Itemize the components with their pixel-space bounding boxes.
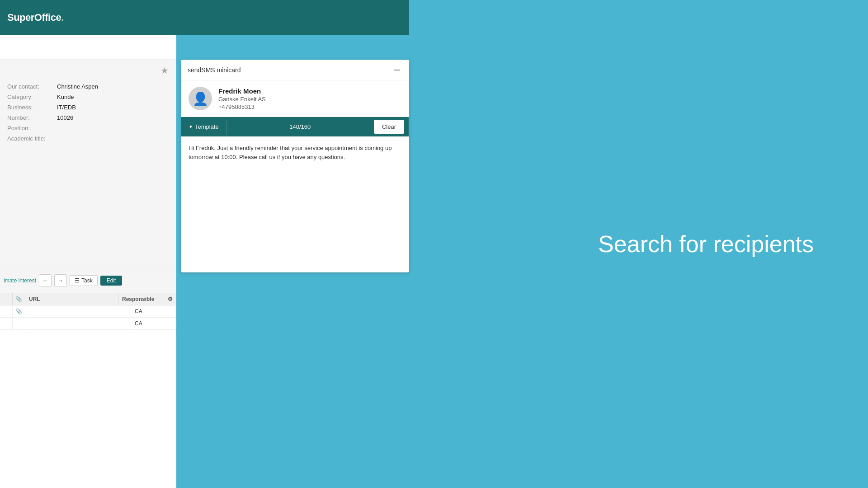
responsible-cell-1: CA [131,305,176,317]
number-row: Number: 10026 [7,114,169,121]
task-icon: ☰ [75,277,80,284]
char-count: 140/160 [226,123,374,130]
paperclip-col-header: 📎 [13,293,25,305]
our-contact-value: Christine Aspen [57,83,98,90]
our-contact-row: Our contact: Christine Aspen [7,83,169,90]
url-cell-1 [25,305,131,317]
nav-prev-button[interactable]: ← [39,274,52,287]
top-action-bar [0,35,176,60]
edit-button[interactable]: Edit [100,276,123,286]
position-row: Position: [7,125,169,131]
task-label: Task [81,277,93,284]
message-text: Hi Fredrik. Just a friendly reminder tha… [189,144,401,161]
sms-toolbar: ▼ Template 140/160 Clear [181,117,409,136]
activity-table: 📎 URL Responsible ⚙ 📎 CA CA [0,293,176,488]
recipient-area: 👤 Fredrik Moen Ganske Enkelt AS +4795885… [181,80,409,117]
avatar: 👤 [189,87,212,110]
minimize-icon [394,70,400,70]
responsible-cell-2: CA [131,318,176,329]
avatar-person-icon: 👤 [193,91,208,106]
logo-dot: . [61,12,64,23]
nav-next-button[interactable]: → [54,274,67,287]
sms-title: sendSMS minicard [188,66,241,74]
table-header: 📎 URL Responsible ⚙ [0,293,176,305]
category-label: Category: [7,94,57,100]
url-cell-2 [25,318,131,329]
business-label: Business: [7,104,57,111]
attach-col-header [0,293,13,305]
template-arrow-icon: ▼ [189,124,193,129]
number-value: 10026 [57,114,73,121]
paperclip-icon: 📎 [15,296,22,302]
recipient-name: Fredrik Moen [218,87,266,95]
sms-panel: sendSMS minicard 👤 Fredrik Moen Ganske E… [181,60,409,272]
interest-link[interactable]: imate interest [4,277,36,284]
attach-cell-1 [0,305,13,317]
contact-info-table: Our contact: Christine Aspen Category: K… [7,83,169,142]
position-label: Position: [7,125,57,131]
academic-title-row: Academic title: [7,135,169,142]
category-row: Category: Kunde [7,94,169,100]
paperclip-cell-1: 📎 [13,305,25,317]
responsible-col-header: Responsible [118,293,164,305]
favorite-star-icon[interactable]: ★ [160,65,169,76]
template-button[interactable]: ▼ Template [181,119,226,135]
left-panel-content: ★ Our contact: Christine Aspen Category:… [0,60,176,151]
table-row: CA [0,318,176,330]
attach-cell-2 [0,318,13,329]
number-label: Number: [7,114,57,121]
paperclip-cell-2 [13,318,25,329]
recipient-company: Ganske Enkelt AS [218,96,266,103]
table-row: 📎 CA [0,305,176,318]
recipient-info: Fredrik Moen Ganske Enkelt AS +479588531… [218,87,266,110]
table-settings-icon[interactable]: ⚙ [164,293,176,305]
business-row: Business: IT/EDB [7,104,169,111]
top-bar: SuperOffice. [0,0,409,35]
academic-title-label: Academic title: [7,135,57,142]
logo: SuperOffice. [7,12,64,23]
sms-header: sendSMS minicard [181,60,409,80]
category-value: Kunde [57,94,74,100]
business-value: IT/EDB [57,104,76,111]
clear-button[interactable]: Clear [374,120,404,134]
sms-minimize-button[interactable] [392,65,402,75]
bottom-nav: imate interest ← → ☰ Task Edit [0,269,176,291]
our-contact-label: Our contact: [7,83,57,90]
recipient-phone: +4795885313 [218,103,266,110]
sms-message-area[interactable]: Hi Fredrik. Just a friendly reminder tha… [181,136,409,272]
search-recipients-label: Search for recipients [598,230,814,258]
template-label: Template [195,123,219,130]
url-col-header: URL [25,293,118,305]
logo-name: SuperOffice [7,12,61,23]
task-button[interactable]: ☰ Task [70,275,98,286]
